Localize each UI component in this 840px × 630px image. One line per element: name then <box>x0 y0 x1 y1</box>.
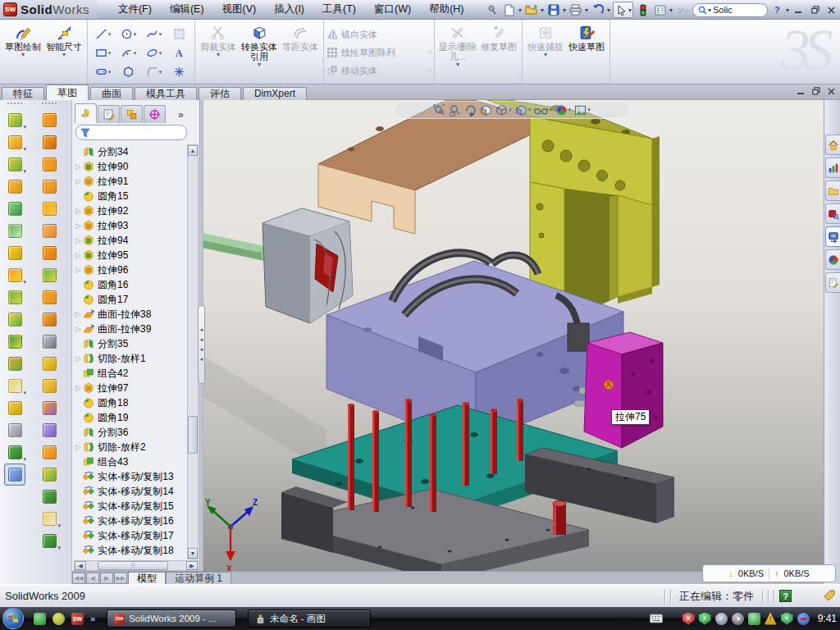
dropdown-arrow-icon[interactable]: ▾ <box>509 107 512 113</box>
tree-item[interactable]: 圆角17 <box>72 292 187 307</box>
dropdown-arrow-icon[interactable]: ▾ <box>23 146 26 153</box>
dropdown-arrow-icon[interactable]: ▾ <box>134 50 137 57</box>
certificate-icon[interactable]: ✓ <box>715 613 728 625</box>
pin-icon[interactable] <box>485 2 500 17</box>
expand-arrow-icon[interactable]: ▷ <box>74 354 83 363</box>
tab-mold-tools[interactable]: 模具工具 <box>135 87 197 100</box>
filled-surface-button[interactable] <box>39 220 60 242</box>
select-tool-button[interactable]: ▾ <box>613 2 633 18</box>
menu-tools[interactable]: 工具(T) <box>313 1 365 18</box>
dropdown-arrow-icon[interactable]: ▾ <box>544 52 547 58</box>
next-tab-button[interactable]: ▶ <box>100 573 113 584</box>
tab-sketch[interactable]: 草图 <box>46 84 89 100</box>
dropdown-arrow-icon[interactable]: ▾ <box>217 52 220 58</box>
model-tab[interactable]: 模型 <box>128 572 166 584</box>
dropdown-arrow-icon[interactable]: ▾ <box>21 52 25 58</box>
tree-item[interactable]: 圆角18 <box>72 395 187 410</box>
menu-file[interactable]: 文件(F) <box>109 1 161 18</box>
expand-arrow-icon[interactable]: ▷ <box>74 384 83 392</box>
appearances-tab[interactable] <box>825 249 840 270</box>
display-style-button[interactable]: ▾ <box>515 104 532 116</box>
dropdown-arrow-icon[interactable]: ▾ <box>708 7 711 14</box>
tree-item[interactable]: ▷拉伸91 <box>72 174 187 189</box>
radiate-surface-button[interactable] <box>39 286 60 308</box>
edit-appearance-button[interactable]: ▾ <box>555 104 572 116</box>
zoom-area-button[interactable] <box>449 104 461 116</box>
revolved-surface-button[interactable] <box>39 131 60 153</box>
tree-item[interactable]: ▷拉伸94 <box>72 233 187 248</box>
volume-icon[interactable]: 🕨 <box>732 613 744 625</box>
arc-tool[interactable]: ▾ <box>116 43 141 62</box>
dropdown-arrow-icon[interactable]: ▾ <box>786 7 789 14</box>
security-plus-icon[interactable]: + <box>781 613 793 625</box>
tree-item[interactable]: 实体-移动/复制17 <box>72 528 187 543</box>
sketch-button[interactable]: 草图绘制 ▾ <box>2 23 43 58</box>
solidworks-launcher-icon[interactable]: SW <box>71 613 84 625</box>
tree-item[interactable]: 圆角19 <box>72 410 187 425</box>
file-explorer-tab[interactable] <box>825 180 840 201</box>
reference-axis-button[interactable] <box>4 419 25 441</box>
tree-item[interactable]: ▷拉伸97 <box>72 381 187 395</box>
lofted-surface-button[interactable] <box>39 176 60 198</box>
tree-item[interactable]: 分割36 <box>72 425 187 440</box>
dropdown-arrow-icon[interactable]: ▾ <box>587 107 591 113</box>
expand-arrow-icon[interactable]: ▷ <box>74 162 83 171</box>
draft-button[interactable] <box>4 242 25 264</box>
close-button[interactable] <box>824 4 838 16</box>
save-icon[interactable] <box>546 2 561 17</box>
tab-surfaces[interactable]: 曲面 <box>90 87 133 100</box>
scroll-left-button[interactable]: ◀ <box>75 561 86 570</box>
dropdown-arrow-icon[interactable]: ▾ <box>23 390 26 396</box>
dropdown-arrow-icon[interactable]: ▾ <box>159 69 162 75</box>
antivirus-shield-icon[interactable]: ✕ <box>682 613 695 625</box>
tab-dimxpert[interactable]: DimXpert <box>243 87 307 100</box>
ellipse-tool[interactable]: ▾ <box>141 43 167 62</box>
tree-item[interactable]: 实体-移动/复制13 <box>72 469 187 484</box>
doc-close-button[interactable] <box>828 87 835 97</box>
taskbar-window-solidworks[interactable]: SW SolidWorks 2009 - ... <box>107 609 236 628</box>
dropdown-arrow-icon[interactable]: ▾ <box>62 52 66 58</box>
tree-item[interactable]: ▷拉伸93 <box>72 218 187 233</box>
delete-face-button[interactable] <box>39 331 60 353</box>
toolbar-grip[interactable] <box>42 103 57 106</box>
dropdown-arrow-icon[interactable]: ▾ <box>23 279 26 285</box>
tree-item[interactable]: 分割34 <box>72 144 187 159</box>
resources-home-tab[interactable] <box>825 135 840 155</box>
lofted-boss-button[interactable] <box>4 198 25 220</box>
extruded-surface-button[interactable] <box>39 109 60 131</box>
rotate-view-button[interactable] <box>464 104 477 116</box>
scroll-right-button[interactable]: ▶ <box>186 561 198 570</box>
tree-item[interactable]: 圆角15 <box>72 189 187 203</box>
hide-show-items-button[interactable]: ▾ <box>534 105 552 116</box>
tree-item[interactable]: 组合42 <box>72 366 187 381</box>
rebuild-traffic-light-icon[interactable] <box>636 2 651 17</box>
print-icon[interactable] <box>568 2 583 17</box>
view-orientation-button[interactable]: ▾ <box>495 104 512 116</box>
network-phone-icon[interactable] <box>748 613 760 625</box>
helix-button[interactable]: ▾ <box>4 441 25 463</box>
minimize-button[interactable] <box>792 4 806 16</box>
tag-icon[interactable] <box>823 590 837 602</box>
dropdown-arrow-icon[interactable]: ▾ <box>628 7 632 14</box>
thicken-button[interactable] <box>39 486 60 508</box>
featuremanager-tab[interactable] <box>75 103 97 123</box>
intersect-button[interactable] <box>4 331 25 353</box>
planar-surface-button[interactable] <box>39 242 60 264</box>
whats-new-icon[interactable]: ッ.. <box>675 2 690 17</box>
dropdown-arrow-icon[interactable]: ▾ <box>108 69 112 75</box>
dropdown-arrow-icon[interactable]: ▾ <box>549 107 552 113</box>
extruded-cut-button[interactable]: ▾ <box>4 131 25 153</box>
tree-item[interactable]: ▷拉伸90 <box>72 159 187 174</box>
replace-face-button[interactable] <box>39 353 60 375</box>
dropdown-arrow-icon[interactable]: ▾ <box>108 50 112 57</box>
slot-tool[interactable]: ▾ <box>90 62 116 81</box>
point-tool[interactable] <box>167 62 192 81</box>
swept-surface-button[interactable] <box>39 153 60 176</box>
reference-plane-button[interactable] <box>4 397 25 419</box>
dropdown-arrow-icon[interactable]: ▾ <box>669 7 673 14</box>
move-entities-button[interactable]: 移动实体 ▾ <box>326 62 431 80</box>
spline-tool[interactable]: ▾ <box>141 25 167 43</box>
undo-icon[interactable] <box>591 2 605 17</box>
dropdown-arrow-icon[interactable]: ▾ <box>568 107 572 113</box>
antivirus-launcher-icon[interactable] <box>52 613 65 625</box>
